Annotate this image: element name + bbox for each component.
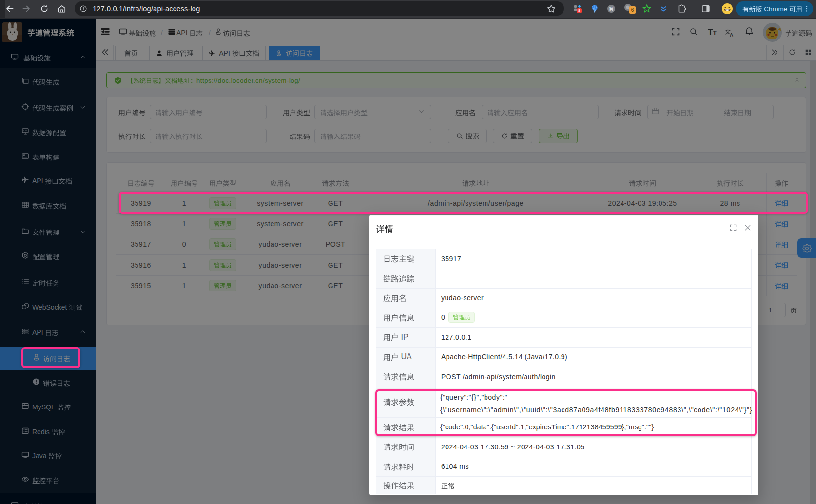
svg-text:8: 8 [578, 8, 580, 13]
svg-text:⌘: ⌘ [609, 6, 614, 12]
